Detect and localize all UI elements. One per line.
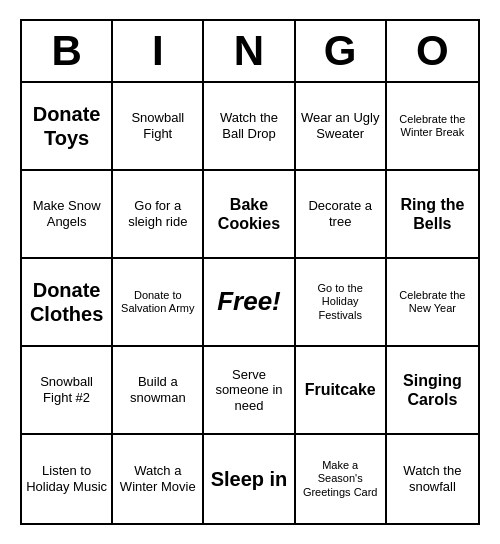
bingo-cell: Bake Cookies — [204, 171, 295, 259]
bingo-cell: Serve someone in need — [204, 347, 295, 435]
header-letter: G — [296, 21, 387, 81]
bingo-grid: Donate ToysSnowball FightWatch the Ball … — [22, 83, 478, 523]
bingo-cell: Make a Season's Greetings Card — [296, 435, 387, 523]
bingo-cell: Snowball Fight — [113, 83, 204, 171]
header-letter: O — [387, 21, 478, 81]
header-letter: I — [113, 21, 204, 81]
bingo-cell: Decorate a tree — [296, 171, 387, 259]
bingo-cell: Fruitcake — [296, 347, 387, 435]
bingo-cell: Donate Toys — [22, 83, 113, 171]
bingo-card: BINGO Donate ToysSnowball FightWatch the… — [20, 19, 480, 525]
bingo-cell: Watch a Winter Movie — [113, 435, 204, 523]
bingo-cell: Go to the Holiday Festivals — [296, 259, 387, 347]
bingo-cell: Listen to Holiday Music — [22, 435, 113, 523]
bingo-cell: Celebrate the Winter Break — [387, 83, 478, 171]
bingo-header: BINGO — [22, 21, 478, 83]
bingo-cell: Ring the Bells — [387, 171, 478, 259]
bingo-cell: Watch the Ball Drop — [204, 83, 295, 171]
header-letter: B — [22, 21, 113, 81]
bingo-cell: Celebrate the New Year — [387, 259, 478, 347]
bingo-cell: Singing Carols — [387, 347, 478, 435]
bingo-cell: Donate Clothes — [22, 259, 113, 347]
bingo-cell: Donate to Salvation Army — [113, 259, 204, 347]
bingo-cell: Make Snow Angels — [22, 171, 113, 259]
bingo-cell: Watch the snowfall — [387, 435, 478, 523]
bingo-cell: Build a snowman — [113, 347, 204, 435]
bingo-cell: Sleep in — [204, 435, 295, 523]
bingo-cell: Free! — [204, 259, 295, 347]
header-letter: N — [204, 21, 295, 81]
bingo-cell: Wear an Ugly Sweater — [296, 83, 387, 171]
bingo-cell: Snowball Fight #2 — [22, 347, 113, 435]
bingo-cell: Go for a sleigh ride — [113, 171, 204, 259]
